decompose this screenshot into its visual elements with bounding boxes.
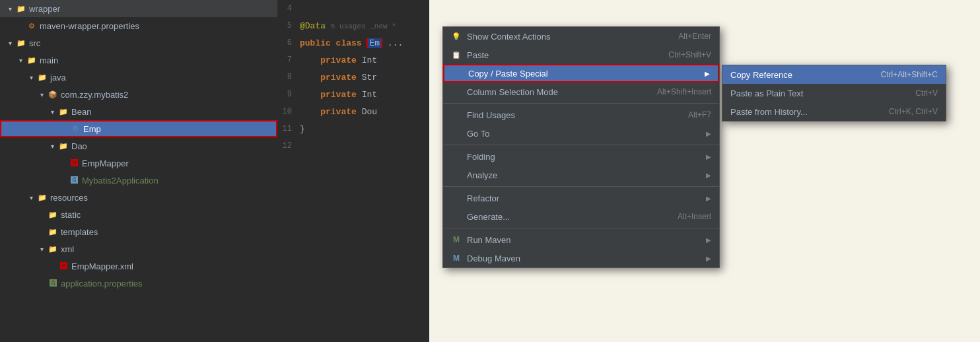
arrow-copy-paste: ▶ xyxy=(705,70,710,77)
appprops-icon: 🅶 xyxy=(48,278,58,289)
menu-item-copy-paste-special[interactable]: Copy / Paste Special ▶ Copy Reference Ct… xyxy=(443,64,719,83)
menu-item-left-copy-paste: Copy / Paste Special xyxy=(452,68,548,79)
tree-item-bean[interactable]: ▾ 📁 Bean xyxy=(0,103,277,120)
kw-private-1: private xyxy=(320,55,361,65)
file-tree: ▾ 📁 wrapper ⚙ maven-wrapper.properties ▾… xyxy=(0,0,277,342)
tree-item-static[interactable]: 📁 static xyxy=(0,206,277,223)
tree-label-emp: Emp xyxy=(83,124,101,134)
kw-private-3: private xyxy=(320,90,361,100)
submenu-label-paste-plain: Paste as Plain Text xyxy=(730,88,803,98)
tree-item-templates[interactable]: 📁 templates xyxy=(0,223,277,240)
menu-label-debug-maven: Debug Maven xyxy=(467,254,520,263)
tree-item-package[interactable]: ▾ 📦 com.zzy.mybatis2 xyxy=(0,86,277,103)
tree-item-emp[interactable]: © Emp xyxy=(0,120,277,137)
chevron-resources: ▾ xyxy=(26,193,36,202)
menu-item-left-column: Column Selection Mode xyxy=(451,86,558,97)
spacer-empmapper-xml xyxy=(48,261,57,271)
menu-label-run-maven: Run Maven xyxy=(467,235,510,245)
menu-label-folding: Folding xyxy=(467,152,495,162)
line-content-5: @Data 5 usages _new * xyxy=(297,21,429,31)
tree-item-mybatis2app[interactable]: 🅶 Mybatis2Application xyxy=(0,172,277,189)
code-line-7: 7 private Int xyxy=(277,51,429,69)
line-content-8: private Str xyxy=(297,73,429,83)
context-menu: 💡 Show Context Actions Alt+Enter 📋 Paste… xyxy=(442,26,720,268)
shortcut-paste-plain: Ctrl+V xyxy=(915,88,938,98)
code-line-12: 12 xyxy=(277,137,429,154)
tree-item-xml[interactable]: ▾ 📁 xml xyxy=(0,240,277,257)
spacer-empmapper xyxy=(58,158,67,168)
menu-item-paste[interactable]: 📋 Paste Ctrl+Shift+V xyxy=(443,46,719,64)
submenu-item-paste-plain[interactable]: Paste as Plain Text Ctrl+V xyxy=(722,84,946,102)
arrow-folding: ▶ xyxy=(706,153,711,160)
tree-label-dao: Dao xyxy=(71,141,87,151)
type-dou: Dou xyxy=(362,107,377,117)
line-content-6: public class Em ... xyxy=(297,38,429,48)
line-num-8: 8 xyxy=(277,73,297,82)
separator-2 xyxy=(443,145,719,145)
menu-item-debug-maven[interactable]: M Debug Maven ▶ xyxy=(443,249,719,267)
tree-item-java[interactable]: ▾ 📁 java xyxy=(0,69,277,86)
separator-1 xyxy=(443,103,719,104)
tree-label-templates: templates xyxy=(61,227,98,237)
shortcut-copy-reference: Ctrl+Alt+Shift+C xyxy=(881,70,938,79)
tree-item-resources[interactable]: ▾ 📁 resources xyxy=(0,189,277,206)
class-icon-emp: © xyxy=(70,123,81,134)
folder-icon-resources: 📁 xyxy=(37,192,48,203)
arrow-analyze: ▶ xyxy=(706,172,711,179)
find-icon xyxy=(451,110,462,120)
keyword-public: public xyxy=(300,38,336,48)
app-icon: 🅶 xyxy=(69,175,79,186)
tree-item-app-props[interactable]: 🅶 application.properties xyxy=(0,275,277,292)
maven-run-icon: M xyxy=(451,234,462,245)
chevron-wrapper: ▾ xyxy=(5,4,15,13)
menu-item-column-selection[interactable]: Column Selection Mode Alt+Shift+Insert xyxy=(443,83,719,101)
menu-item-run-maven[interactable]: M Run Maven ▶ xyxy=(443,230,719,249)
menu-item-folding[interactable]: Folding ▶ xyxy=(443,147,719,166)
menu-item-analyze[interactable]: Analyze ▶ xyxy=(443,166,719,184)
menu-item-refactor[interactable]: Refactor ▶ xyxy=(443,189,719,207)
submenu-item-copy-reference[interactable]: Copy Reference Ctrl+Alt+Shift+C xyxy=(722,65,946,84)
tree-item-dao[interactable]: ▾ 📁 Dao xyxy=(0,137,277,154)
tree-label-app-props: application.properties xyxy=(61,279,143,289)
menu-label-analyze: Analyze xyxy=(467,170,497,180)
menu-item-left-paste: 📋 Paste xyxy=(451,50,489,60)
tree-item-empmapper[interactable]: 🅼 EmpMapper xyxy=(0,154,277,172)
tree-item-maven-wrapper[interactable]: ⚙ maven-wrapper.properties xyxy=(0,17,277,34)
line-num-9: 9 xyxy=(277,90,297,99)
xml-icon: 🅼 xyxy=(58,261,69,271)
code-line-6: 6 public class Em ... xyxy=(277,34,429,51)
keyword-class: class xyxy=(336,38,367,48)
chevron-src: ▾ xyxy=(5,38,15,48)
menu-item-left-run-maven: M Run Maven xyxy=(451,234,510,245)
menu-item-find-usages[interactable]: Find Usages Alt+F7 xyxy=(443,106,719,124)
menu-item-generate[interactable]: Generate... Alt+Insert xyxy=(443,207,719,226)
shortcut-paste: Ctrl+Shift+V xyxy=(668,50,711,59)
menu-label-find-usages: Find Usages xyxy=(467,110,515,120)
tree-item-wrapper[interactable]: ▾ 📁 wrapper xyxy=(0,0,277,17)
tree-label-empmapper-xml: EmpMapper.xml xyxy=(71,261,133,271)
generate-icon xyxy=(451,211,462,222)
separator-3 xyxy=(443,186,719,187)
package-icon: 📦 xyxy=(48,89,58,100)
menu-item-show-context[interactable]: 💡 Show Context Actions Alt+Enter xyxy=(443,27,719,46)
folder-icon-bean: 📁 xyxy=(58,106,69,117)
refactor-icon xyxy=(451,193,462,203)
separator-4 xyxy=(443,228,719,228)
submenu-item-paste-history[interactable]: Paste from History... Ctrl+K, Ctrl+V xyxy=(722,102,946,121)
mapper-icon: 🅼 xyxy=(69,158,79,168)
shortcut-column-selection: Alt+Shift+Insert xyxy=(657,87,711,96)
tree-item-main[interactable]: ▾ 📁 main xyxy=(0,51,277,69)
code-editor: 4 5 @Data 5 usages _new * 6 public class… xyxy=(277,0,429,342)
code-line-9: 9 private Int xyxy=(277,86,429,103)
folder-icon-java: 📁 xyxy=(37,72,48,83)
menu-label-refactor: Refactor xyxy=(467,193,499,203)
menu-item-left-generate: Generate... xyxy=(451,211,510,222)
emp-classname: Em xyxy=(367,38,382,48)
arrow-run-maven: ▶ xyxy=(706,236,711,244)
line-num-11: 11 xyxy=(277,124,297,133)
tree-item-empmapper-xml[interactable]: 🅼 EmpMapper.xml xyxy=(0,257,277,275)
arrow-debug-maven: ▶ xyxy=(706,255,711,262)
menu-item-goto[interactable]: Go To ▶ xyxy=(443,124,719,143)
code-line-8: 8 private Str xyxy=(277,69,429,86)
tree-item-src[interactable]: ▾ 📁 src xyxy=(0,34,277,51)
